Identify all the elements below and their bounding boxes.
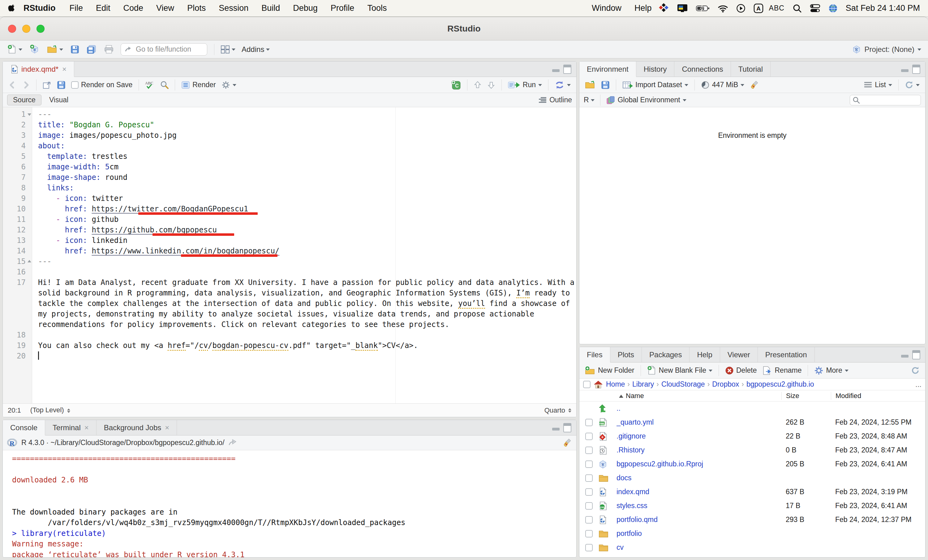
run-button[interactable]: Run — [506, 80, 544, 90]
breadcrumb-library[interactable]: Library — [632, 380, 654, 388]
close-tab-icon[interactable]: × — [84, 423, 89, 432]
column-header-size[interactable]: Size — [781, 392, 831, 400]
rerun-button[interactable] — [553, 80, 572, 90]
breadcrumb-overflow-button[interactable]: ... — [915, 380, 922, 389]
menu-view[interactable]: View — [150, 3, 181, 13]
menu-debug[interactable]: Debug — [287, 3, 324, 13]
menu-build[interactable]: Build — [255, 3, 287, 13]
new-blank-file-button[interactable]: New Blank File — [645, 365, 714, 376]
column-header-name[interactable]: Name — [579, 392, 781, 400]
close-tab-icon[interactable]: × — [165, 423, 169, 432]
insert-chunk-button[interactable]: C — [449, 79, 463, 91]
clear-console-broom-icon[interactable] — [563, 438, 572, 447]
environment-search-input[interactable] — [850, 95, 921, 105]
new-file-button[interactable] — [5, 44, 25, 55]
environment-selector[interactable]: Global Environment — [606, 96, 687, 105]
save-source-button[interactable] — [55, 80, 67, 90]
menu-code[interactable]: Code — [117, 3, 150, 13]
file-row[interactable]: cv — [579, 540, 925, 554]
file-checkbox[interactable] — [585, 475, 593, 482]
tab-index-qmd[interactable]: index.qmd* × — [3, 61, 74, 77]
scope-selector[interactable]: (Top Level) — [30, 406, 70, 414]
menu-help[interactable]: Help — [628, 3, 658, 13]
files-tab-plots[interactable]: Plots — [610, 347, 642, 362]
go-prev-section-button[interactable] — [472, 80, 484, 90]
more-button[interactable]: More — [812, 365, 850, 376]
menu-tools[interactable]: Tools — [361, 3, 393, 13]
minimize-pane-icon[interactable] — [901, 352, 908, 358]
file-row[interactable]: portfolio.qmd293 BFeb 24, 2024, 12:37 PM — [579, 513, 925, 527]
new-folder-button[interactable]: New Folder — [583, 365, 636, 376]
language-globe-icon[interactable] — [829, 4, 838, 13]
file-checkbox[interactable] — [585, 447, 593, 454]
console-tab-terminal[interactable]: Terminal× — [45, 420, 96, 435]
file-row[interactable]: images — [579, 554, 925, 557]
open-in-new-window-button[interactable] — [41, 81, 53, 90]
zoom-window-button[interactable] — [37, 25, 44, 33]
files-tab-help[interactable]: Help — [690, 347, 720, 362]
battery-charging-icon[interactable] — [696, 5, 710, 12]
menu-plots[interactable]: Plots — [181, 3, 212, 13]
render-options-button[interactable] — [220, 80, 238, 90]
spotlight-icon[interactable] — [792, 4, 802, 13]
environment-tab-tutorial[interactable]: Tutorial — [731, 61, 771, 77]
open-directory-arrow-icon[interactable] — [228, 439, 237, 447]
files-refresh-button[interactable] — [909, 365, 922, 376]
file-row[interactable]: .Rhistory0 BFeb 23, 2024, 8:47 AM — [579, 443, 925, 457]
maximize-pane-icon[interactable] — [563, 423, 571, 432]
import-dataset-button[interactable]: Import Dataset — [621, 80, 690, 90]
file-name[interactable]: cv — [617, 543, 781, 552]
file-name[interactable]: .gitignore — [617, 432, 781, 440]
menu-app-rstudio[interactable]: RStudio — [16, 3, 63, 13]
menu-session[interactable]: Session — [212, 3, 255, 13]
visual-mode-button[interactable]: Visual — [43, 94, 74, 105]
column-header-modified[interactable]: Modified — [831, 392, 925, 400]
tidal-icon[interactable] — [658, 3, 669, 14]
breadcrumb-cloudstorage[interactable]: CloudStorage — [661, 380, 705, 388]
files-tab-packages[interactable]: Packages — [642, 347, 690, 362]
maximize-pane-icon[interactable] — [563, 65, 571, 74]
render-on-save-checkbox[interactable]: Render on Save — [69, 80, 134, 90]
render-button[interactable]: Render — [179, 80, 217, 90]
file-checkbox[interactable] — [585, 461, 593, 468]
file-row[interactable]: YML_quarto.yml262 BFeb 24, 2024, 12:55 P… — [579, 415, 925, 429]
file-checkbox[interactable] — [585, 530, 593, 537]
panes-layout-button[interactable] — [218, 44, 238, 55]
forward-button[interactable] — [20, 81, 32, 90]
file-row[interactable]: cssstyles.css17 BFeb 23, 2024, 6:41 AM — [579, 499, 925, 513]
apple-icon[interactable] — [8, 4, 16, 13]
files-tab-files[interactable]: Files — [579, 347, 610, 362]
breadcrumb-bgpopescu2.github.io[interactable]: bgpopescu2.github.io — [746, 380, 814, 388]
console-tab-console[interactable]: Console — [3, 420, 45, 435]
filetype-selector[interactable]: Quarto — [545, 406, 571, 414]
environment-tab-environment[interactable]: Environment — [579, 61, 636, 77]
home-icon[interactable] — [594, 380, 603, 389]
list-view-button[interactable]: List — [862, 80, 894, 90]
menu-edit[interactable]: Edit — [89, 3, 117, 13]
files-tab-viewer[interactable]: Viewer — [720, 347, 758, 362]
maximize-pane-icon[interactable] — [912, 65, 920, 74]
control-center-icon[interactable] — [810, 4, 820, 13]
save-all-button[interactable] — [84, 44, 99, 55]
file-checkbox[interactable] — [585, 488, 593, 496]
file-checkbox[interactable] — [585, 419, 593, 426]
open-file-button[interactable] — [44, 44, 66, 55]
menubar-clock[interactable]: Sat Feb 24 1:40 PM — [843, 3, 920, 13]
file-row[interactable]: .. — [579, 402, 925, 415]
file-name[interactable]: index.qmd — [617, 488, 781, 496]
source-mode-button[interactable]: Source — [7, 94, 41, 105]
files-tab-presentation[interactable]: Presentation — [758, 347, 815, 362]
fold-toggle-icon[interactable] — [27, 113, 31, 118]
env-refresh-button[interactable] — [903, 80, 922, 90]
menu-file[interactable]: File — [63, 3, 89, 13]
file-checkbox[interactable] — [585, 516, 593, 523]
minimize-pane-icon[interactable] — [552, 67, 560, 72]
find-replace-button[interactable] — [158, 80, 171, 90]
breadcrumb-dropbox[interactable]: Dropbox — [712, 380, 739, 388]
file-row[interactable]: docs — [579, 471, 925, 485]
addins-button[interactable]: Addins — [239, 44, 272, 55]
environment-tab-history[interactable]: History — [636, 61, 675, 77]
close-window-button[interactable] — [8, 25, 16, 33]
minimize-pane-icon[interactable] — [552, 425, 560, 431]
minimize-window-button[interactable] — [22, 25, 30, 33]
